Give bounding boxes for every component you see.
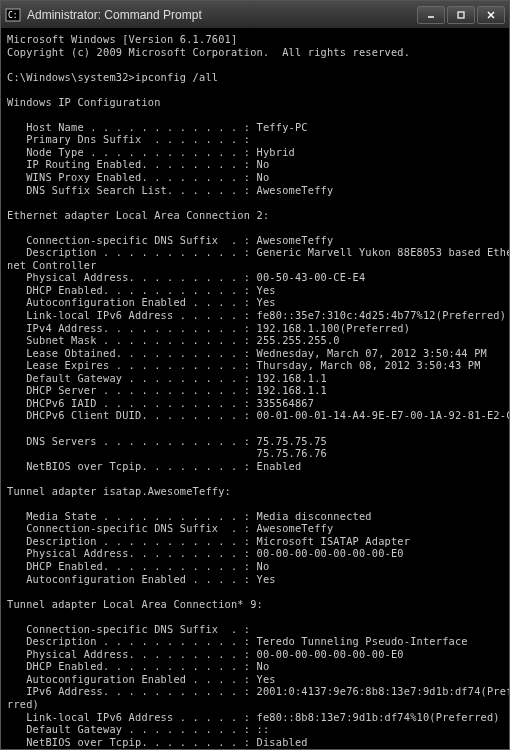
terminal-line: Ethernet adapter Local Area Connection 2… [7,209,503,222]
terminal-line: DNS Suffix Search List. . . . . . : Awes… [7,184,503,197]
close-button[interactable] [477,6,505,24]
terminal-line: Autoconfiguration Enabled . . . . : Yes [7,673,503,686]
cmd-icon: C: [5,7,21,23]
terminal-line: Default Gateway . . . . . . . . . : :: [7,723,503,736]
terminal-line: rred) [7,698,503,711]
terminal-line: Host Name . . . . . . . . . . . . : Teff… [7,121,503,134]
terminal-line [7,585,503,598]
terminal-line: NetBIOS over Tcpip. . . . . . . . : Disa… [7,736,503,749]
terminal-line: WINS Proxy Enabled. . . . . . . . : No [7,171,503,184]
terminal-line: Link-local IPv6 Address . . . . . : fe80… [7,711,503,724]
terminal-line: DHCP Enabled. . . . . . . . . . . : No [7,560,503,573]
terminal-line: Media State . . . . . . . . . . . : Medi… [7,510,503,523]
maximize-button[interactable] [447,6,475,24]
terminal-line: Default Gateway . . . . . . . . . : 192.… [7,372,503,385]
terminal-line: 75.75.76.76 [7,447,503,460]
terminal-line: NetBIOS over Tcpip. . . . . . . . : Enab… [7,460,503,473]
terminal-line: Tunnel adapter Local Area Connection* 9: [7,598,503,611]
terminal-line [7,58,503,71]
terminal-line: Link-local IPv6 Address . . . . . : fe80… [7,309,503,322]
terminal-line: Physical Address. . . . . . . . . : 00-5… [7,271,503,284]
terminal-line: Connection-specific DNS Suffix . : [7,623,503,636]
window-title: Administrator: Command Prompt [27,8,417,22]
terminal-line: Physical Address. . . . . . . . . : 00-0… [7,648,503,661]
terminal-line: Lease Expires . . . . . . . . . . : Thur… [7,359,503,372]
terminal-line: IP Routing Enabled. . . . . . . . : No [7,158,503,171]
terminal-line: Primary Dns Suffix . . . . . . . : [7,133,503,146]
command-prompt-window: C: Administrator: Command Prompt Microso… [0,0,510,750]
terminal-line: net Controller [7,259,503,272]
terminal-line: Autoconfiguration Enabled . . . . : Yes [7,573,503,586]
terminal-line: Description . . . . . . . . . . . : Gene… [7,246,503,259]
terminal-line: Node Type . . . . . . . . . . . . : Hybr… [7,146,503,159]
terminal-line: C:\Windows\system32>ipconfig /all [7,71,503,84]
terminal-line: IPv4 Address. . . . . . . . . . . : 192.… [7,322,503,335]
terminal-line: Physical Address. . . . . . . . . : 00-0… [7,547,503,560]
terminal-line [7,108,503,121]
terminal-line: Copyright (c) 2009 Microsoft Corporation… [7,46,503,59]
minimize-button[interactable] [417,6,445,24]
terminal-line [7,472,503,485]
terminal-line: Lease Obtained. . . . . . . . . . : Wedn… [7,347,503,360]
terminal-line [7,196,503,209]
terminal-line: DHCP Enabled. . . . . . . . . . . : Yes [7,284,503,297]
terminal-line: DHCP Server . . . . . . . . . . . : 192.… [7,384,503,397]
terminal-output[interactable]: Microsoft Windows [Version 6.1.7601]Copy… [1,29,509,749]
window-controls [417,6,505,24]
terminal-line: Subnet Mask . . . . . . . . . . . : 255.… [7,334,503,347]
terminal-line [7,748,503,749]
svg-rect-3 [458,12,464,18]
terminal-line: Microsoft Windows [Version 6.1.7601] [7,33,503,46]
terminal-line [7,610,503,623]
terminal-line: Autoconfiguration Enabled . . . . : Yes [7,296,503,309]
terminal-line [7,83,503,96]
terminal-line: Connection-specific DNS Suffix . : Aweso… [7,234,503,247]
terminal-line: DHCPv6 IAID . . . . . . . . . . . : 3355… [7,397,503,410]
terminal-line [7,422,503,435]
terminal-line: Description . . . . . . . . . . . : Micr… [7,535,503,548]
terminal-line: Windows IP Configuration [7,96,503,109]
terminal-line: IPv6 Address. . . . . . . . . . . : 2001… [7,685,503,698]
terminal-line: DHCP Enabled. . . . . . . . . . . : No [7,660,503,673]
terminal-line: Tunnel adapter isatap.AwesomeTeffy: [7,485,503,498]
terminal-line [7,497,503,510]
titlebar[interactable]: C: Administrator: Command Prompt [1,1,509,29]
terminal-line: Description . . . . . . . . . . . : Tere… [7,635,503,648]
terminal-line: Connection-specific DNS Suffix . : Aweso… [7,522,503,535]
svg-text:C:: C: [8,11,18,20]
terminal-line [7,221,503,234]
terminal-line: DNS Servers . . . . . . . . . . . : 75.7… [7,435,503,448]
terminal-line: DHCPv6 Client DUID. . . . . . . . : 00-0… [7,409,503,422]
